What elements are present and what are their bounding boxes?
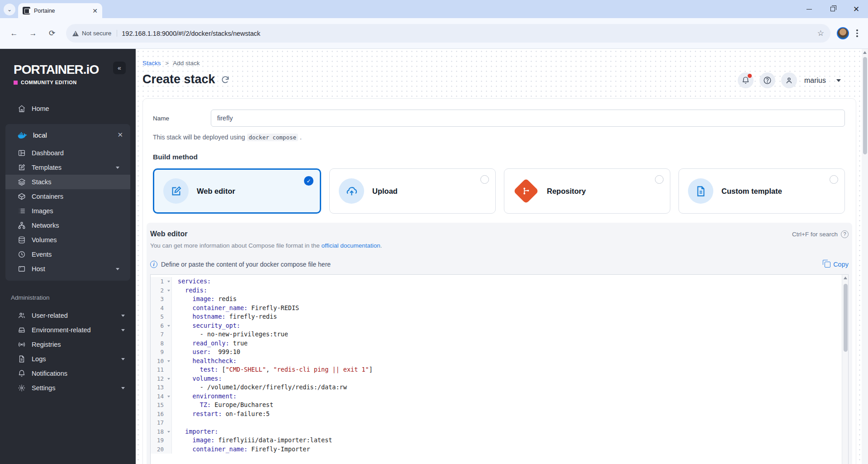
code-line: 4 container_name: Firefly-REDIS — [151, 304, 848, 313]
line-number: 9 — [151, 348, 172, 357]
window-close-button[interactable]: ✕ — [844, 0, 868, 18]
code-line: 19 image: fireflyiii/data-importer:lates… — [151, 436, 848, 445]
compose-code-editor[interactable]: 1services:2 redis:3 image: redis4 contai… — [150, 274, 849, 464]
method-radio[interactable] — [655, 175, 664, 184]
sidebar-item-label: Notifications — [32, 370, 67, 377]
home-icon — [17, 105, 26, 113]
sidebar-item-label: Environment-related — [32, 326, 91, 334]
code-text: restart: on-failure:5 — [172, 410, 270, 419]
not-secure-badge[interactable]: Not secure — [72, 30, 117, 37]
containers-icon — [17, 192, 26, 201]
sidebar-item-label: Stacks — [32, 178, 52, 186]
code-line: 20 container_name: Firefly-Importer — [151, 445, 848, 454]
sidebar: PORTAINER.iO COMMUNITY EDITION « Home lo… — [0, 49, 136, 464]
fold-chevron-icon[interactable] — [167, 396, 170, 397]
web-editor-panel: Web editor Ctrl+F for search ? You can g… — [147, 223, 852, 464]
fold-chevron-icon[interactable] — [167, 378, 170, 380]
window-restore-button[interactable] — [821, 0, 844, 18]
user-menu-avatar[interactable] — [781, 72, 797, 88]
code-text: - no-new-privileges:true — [172, 330, 288, 339]
line-number: 3 — [151, 295, 172, 304]
code-text: volumes: — [172, 374, 222, 383]
sidebar-item-events[interactable]: Events — [5, 247, 130, 262]
user-chevron-down-icon[interactable] — [836, 79, 841, 82]
fold-chevron-icon[interactable] — [167, 281, 170, 282]
breadcrumb-stacks-link[interactable]: Stacks — [142, 60, 161, 67]
line-number: 10 — [151, 357, 172, 366]
method-radio[interactable] — [830, 175, 838, 184]
sidebar-item-environment-related[interactable]: Environment-related — [0, 323, 136, 337]
code-text: user: 999:10 — [172, 348, 240, 357]
method-label: Web editor — [197, 187, 235, 196]
sidebar-item-logs[interactable]: Logs — [0, 352, 136, 366]
method-radio[interactable] — [480, 175, 489, 184]
browser-titlebar: ⌄ Portaine ✕ ✕ — [0, 0, 868, 18]
copy-button[interactable]: Copy — [825, 261, 849, 268]
tab-close-icon[interactable]: ✕ — [92, 7, 98, 14]
browser-toolbar: ← → ⟳ Not secure 192.168.1.18:9000/#!/2/… — [0, 18, 868, 49]
edition-square-icon — [14, 81, 18, 85]
sidebar-item-stacks[interactable]: Stacks — [5, 175, 130, 189]
help-button[interactable] — [759, 72, 775, 88]
forward-button[interactable]: → — [25, 26, 41, 41]
stack-name-input[interactable] — [211, 110, 845, 127]
code-text: redis: — [172, 286, 207, 295]
reload-button[interactable]: ⟳ — [44, 26, 60, 41]
official-documentation-link[interactable]: official documentation — [321, 242, 380, 249]
volumes-icon — [17, 236, 26, 244]
search-help-icon[interactable]: ? — [841, 230, 849, 238]
sidebar-collapse-button[interactable]: « — [113, 62, 126, 74]
sidebar-item-user-related[interactable]: User-related — [0, 308, 136, 323]
sidebar-item-home[interactable]: Home — [0, 100, 136, 117]
fold-chevron-icon[interactable] — [167, 325, 170, 327]
selected-check-icon[interactable]: ✓ — [304, 176, 313, 186]
editor-scrollbar[interactable] — [842, 275, 848, 464]
fold-chevron-icon[interactable] — [167, 431, 170, 433]
sidebar-item-host[interactable]: Host — [5, 262, 130, 276]
window-minimize-button[interactable] — [797, 0, 821, 18]
editor-scroll-up-icon[interactable] — [844, 277, 847, 279]
sidebar-item-templates[interactable]: Templates — [5, 160, 130, 175]
build-method-custom-template[interactable]: Custom template — [678, 168, 845, 214]
build-method-repository[interactable]: Repository — [504, 168, 670, 214]
web-editor-title: Web editor — [150, 230, 187, 238]
username-label[interactable]: marius — [804, 77, 826, 85]
page-title: Create stack — [142, 72, 215, 86]
sidebar-item-volumes[interactable]: Volumes — [5, 233, 130, 247]
sidebar-item-dashboard[interactable]: Dashboard — [5, 146, 130, 160]
line-number: 16 — [151, 410, 172, 419]
sidebar-item-images[interactable]: Images — [5, 204, 130, 218]
users-icon — [17, 311, 26, 320]
tab-search-button[interactable]: ⌄ — [4, 4, 15, 15]
sidebar-item-networks[interactable]: Networks — [5, 218, 130, 233]
browser-tab[interactable]: Portaine ✕ — [18, 3, 102, 18]
refresh-icon[interactable] — [221, 75, 230, 84]
line-number: 18 — [151, 427, 172, 436]
page-scrollbar[interactable] — [862, 49, 868, 464]
build-method-web-editor[interactable]: Web editor✓ — [153, 168, 321, 214]
browser-profile-avatar[interactable] — [837, 27, 849, 39]
sidebar-item-registries[interactable]: Registries — [0, 337, 136, 352]
fold-chevron-icon[interactable] — [167, 290, 170, 292]
code-line: 11 test: ["CMD-SHELL", "redis-cli ping |… — [151, 365, 848, 374]
back-button[interactable]: ← — [6, 26, 22, 41]
sidebar-item-settings[interactable]: Settings — [0, 381, 136, 395]
browser-menu-icon[interactable] — [853, 29, 862, 37]
build-method-upload[interactable]: Upload — [329, 168, 496, 214]
address-bar[interactable]: Not secure 192.168.1.18:9000/#!/2/docker… — [66, 24, 830, 43]
sidebar-item-containers[interactable]: Containers — [5, 189, 130, 204]
editor-scroll-thumb[interactable] — [844, 284, 848, 352]
page-scroll-up-icon[interactable] — [863, 51, 867, 54]
code-text: read_only: true — [172, 339, 247, 348]
environment-local[interactable]: local ✕ — [5, 124, 130, 146]
code-line: 17 — [151, 418, 848, 427]
events-icon — [17, 250, 26, 259]
notifications-bell-button[interactable] — [738, 72, 754, 88]
method-label: Custom template — [721, 187, 782, 196]
fold-chevron-icon[interactable] — [167, 360, 170, 362]
page-scroll-thumb[interactable] — [863, 57, 867, 154]
sidebar-item-notifications[interactable]: Notifications — [0, 366, 136, 381]
close-environment-icon[interactable]: ✕ — [117, 131, 123, 139]
bookmark-star-icon[interactable]: ☆ — [817, 29, 824, 38]
sidebar-item-label: Volumes — [32, 236, 57, 244]
